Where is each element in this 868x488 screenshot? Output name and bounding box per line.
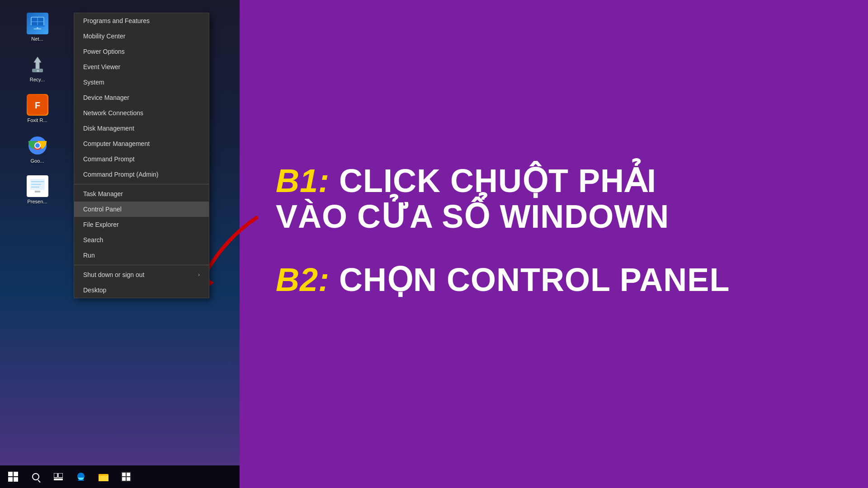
step1-label: B1: [276, 163, 330, 199]
svg-rect-20 [54, 473, 57, 478]
shutdown-arrow-icon: › [198, 272, 200, 278]
task-view-button[interactable] [47, 466, 69, 488]
svg-text:F: F [34, 100, 40, 110]
store-icon [121, 472, 131, 482]
taskbar [0, 465, 240, 488]
desktop-area: Net... ♻ Recy... F Foxit R... [0, 0, 240, 488]
menu-item-programs[interactable]: Programs and Features [74, 13, 209, 28]
network-icon [27, 13, 48, 34]
menu-item-cmd[interactable]: Command Prompt [74, 151, 209, 167]
menu-item-disk[interactable]: Disk Management [74, 121, 209, 136]
instruction-1-title: B1: CLICK CHUỘT PHẢI VÀO CỬA SỔ WINDOWN [276, 163, 832, 235]
menu-item-power[interactable]: Power Options [74, 44, 209, 59]
recycle-label: Recy... [30, 77, 45, 82]
edge-icon [76, 472, 86, 482]
desktop-icon-recycle[interactable]: ♻ Recy... [17, 50, 58, 86]
menu-item-control[interactable]: Control Panel [74, 202, 209, 217]
recycle-icon: ♻ [27, 53, 48, 75]
file-explorer-icon [99, 472, 108, 481]
desktop-icon-foxit[interactable]: F Foxit R... [17, 90, 58, 127]
desktop-icon-present[interactable]: Presen... [17, 172, 58, 208]
desktop-icons: Net... ♻ Recy... F Foxit R... [0, 0, 75, 488]
svg-rect-26 [122, 473, 126, 476]
menu-item-explorer[interactable]: File Explorer [74, 217, 209, 232]
menu-item-task[interactable]: Task Manager [74, 186, 209, 202]
step2-label: B2: [276, 262, 330, 298]
file-explorer-button[interactable] [93, 466, 114, 488]
step1-line1: CLICK CHUỘT PHẢI [339, 163, 656, 199]
windows-logo-icon [8, 472, 18, 482]
menu-item-network[interactable]: Network Connections [74, 105, 209, 121]
instruction-block-1: B1: CLICK CHUỘT PHẢI VÀO CỬA SỔ WINDOWN [276, 163, 832, 235]
desktop-icon-network[interactable]: Net... [17, 9, 58, 45]
svg-rect-28 [122, 477, 126, 481]
menu-item-mobility[interactable]: Mobility Center [74, 28, 209, 44]
search-button[interactable] [25, 466, 47, 488]
chrome-label: Goo... [31, 158, 44, 164]
present-label: Presen... [27, 199, 47, 204]
menu-item-search[interactable]: Search [74, 232, 209, 248]
search-icon [32, 473, 39, 480]
svg-rect-27 [127, 473, 130, 476]
svg-point-13 [35, 143, 40, 148]
svg-rect-19 [35, 191, 40, 192]
task-view-icon [54, 473, 63, 480]
menu-item-run[interactable]: Run [74, 248, 209, 263]
chrome-icon [27, 135, 48, 156]
start-button[interactable] [2, 466, 24, 488]
edge-button[interactable] [70, 466, 92, 488]
separator-2 [74, 265, 209, 265]
menu-item-desktop[interactable]: Desktop [74, 282, 209, 298]
svg-rect-29 [127, 477, 130, 481]
menu-item-system[interactable]: System [74, 75, 209, 90]
store-button[interactable] [115, 466, 137, 488]
svg-rect-1 [30, 25, 45, 27]
content-area: B1: CLICK CHUỘT PHẢI VÀO CỬA SỔ WINDOWN … [240, 0, 868, 488]
svg-text:♻: ♻ [36, 70, 38, 72]
menu-item-device[interactable]: Device Manager [74, 90, 209, 105]
svg-rect-21 [58, 473, 63, 478]
menu-item-cmdadmin[interactable]: Command Prompt (Admin) [74, 167, 209, 182]
menu-item-computer[interactable]: Computer Management [74, 136, 209, 151]
menu-item-event[interactable]: Event Viewer [74, 59, 209, 75]
svg-rect-22 [54, 479, 63, 480]
menu-item-shutdown[interactable]: Shut down or sign out › [74, 267, 209, 282]
step1-line2: VÀO CỬA SỔ WINDOWN [276, 198, 669, 235]
foxit-label: Foxit R... [27, 117, 47, 123]
foxit-icon: F [27, 94, 48, 116]
separator-1 [74, 184, 209, 184]
present-icon [27, 175, 48, 197]
desktop-icon-chrome[interactable]: Goo... [17, 131, 58, 167]
instruction-2-title: B2: CHỌN CONTROL PANEL [276, 262, 832, 298]
step2-text: CHỌN CONTROL PANEL [339, 262, 730, 298]
context-menu: Programs and Features Mobility Center Po… [74, 13, 209, 298]
instruction-block-2: B2: CHỌN CONTROL PANEL [276, 262, 832, 298]
network-label: Net... [31, 36, 43, 42]
